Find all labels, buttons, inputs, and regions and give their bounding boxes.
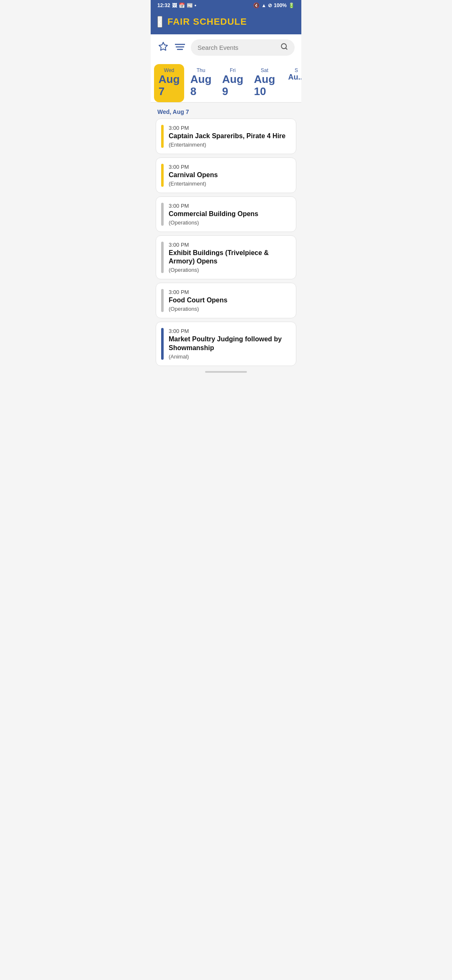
event-info: 3:00 PM Commercial Building Opens (Opera… <box>169 203 290 226</box>
mute-icon: 🔇 <box>253 3 259 8</box>
search-box[interactable] <box>191 39 295 56</box>
favorites-button[interactable] <box>157 40 169 55</box>
event-card[interactable]: 3:00 PM Food Court Opens (Operations) <box>156 283 296 318</box>
search-icon <box>280 43 288 52</box>
date-tab-sun[interactable]: S Au... <box>281 64 301 102</box>
tab-day-of-week: Fri <box>230 67 236 73</box>
back-button[interactable]: ‹ <box>157 16 162 28</box>
tab-day-num: Aug 10 <box>254 73 275 97</box>
date-tab-fri-aug9[interactable]: Fri Aug 9 <box>218 64 248 102</box>
event-card[interactable]: 3:00 PM Market Poultry Judging followed … <box>156 322 296 366</box>
news-icon: 📰 <box>187 3 193 8</box>
star-icon <box>158 41 168 54</box>
app-header: ‹ FAIR SCHEDULE <box>151 11 301 34</box>
filter-button[interactable] <box>174 40 186 55</box>
calendar-icon: 📅 <box>179 3 185 8</box>
svg-marker-0 <box>159 42 167 50</box>
status-bar: 12:32 🖼 📅 📰 • 🔇 ▲ ⊘ 100% 🔋 <box>151 0 301 11</box>
event-time: 3:00 PM <box>169 242 290 248</box>
blocked-icon: ⊘ <box>268 3 272 8</box>
event-category: (Operations) <box>169 219 290 226</box>
events-list: 3:00 PM Captain Jack Spareribs, Pirate 4… <box>151 119 301 366</box>
status-left: 12:32 🖼 📅 📰 • <box>157 3 196 8</box>
event-title: Commercial Building Opens <box>169 210 290 219</box>
event-color-bar <box>161 164 164 187</box>
photo-icon: 🖼 <box>172 3 177 8</box>
date-tabs: Wed Aug 7 Thu Aug 8 Fri Aug 9 Sat Aug 10… <box>151 61 301 103</box>
event-card[interactable]: 3:00 PM Exhibit Buildings (Trivelpiece &… <box>156 235 296 280</box>
tab-day-of-week: Wed <box>164 67 174 73</box>
event-card[interactable]: 3:00 PM Commercial Building Opens (Opera… <box>156 196 296 232</box>
battery-icon: 🔋 <box>288 3 295 8</box>
event-time: 3:00 PM <box>169 289 290 295</box>
event-category: (Operations) <box>169 306 290 312</box>
event-card[interactable]: 3:00 PM Captain Jack Spareribs, Pirate 4… <box>156 119 296 154</box>
event-info: 3:00 PM Food Court Opens (Operations) <box>169 289 290 312</box>
event-color-bar <box>161 242 164 273</box>
toolbar <box>151 34 301 61</box>
scroll-hint <box>205 371 247 373</box>
event-color-bar <box>161 328 164 360</box>
wifi-icon: ▲ <box>261 3 266 8</box>
event-title: Exhibit Buildings (Trivelpiece & Armory)… <box>169 249 290 266</box>
event-info: 3:00 PM Exhibit Buildings (Trivelpiece &… <box>169 242 290 273</box>
event-title: Captain Jack Spareribs, Pirate 4 Hire <box>169 132 290 141</box>
search-input[interactable] <box>198 44 277 51</box>
event-category: (Entertainment) <box>169 142 290 148</box>
event-title: Market Poultry Judging followed by Showm… <box>169 335 290 353</box>
tab-day-of-week: S <box>295 67 298 73</box>
events-content: Wed, Aug 7 3:00 PM Captain Jack Sparerib… <box>151 103 301 381</box>
status-time: 12:32 <box>157 3 170 8</box>
event-color-bar <box>161 203 164 226</box>
event-time: 3:00 PM <box>169 203 290 209</box>
event-info: 3:00 PM Captain Jack Spareribs, Pirate 4… <box>169 125 290 148</box>
status-right: 🔇 ▲ ⊘ 100% 🔋 <box>253 3 295 8</box>
event-category: (Operations) <box>169 267 290 273</box>
event-info: 3:00 PM Market Poultry Judging followed … <box>169 328 290 360</box>
event-category: (Entertainment) <box>169 181 290 187</box>
dot-indicator: • <box>195 3 196 8</box>
event-title: Carnival Opens <box>169 171 290 180</box>
event-color-bar <box>161 289 164 312</box>
event-time: 3:00 PM <box>169 125 290 131</box>
event-card[interactable]: 3:00 PM Carnival Opens (Entertainment) <box>156 157 296 193</box>
date-tab-wed-aug7[interactable]: Wed Aug 7 <box>154 64 184 102</box>
event-info: 3:00 PM Carnival Opens (Entertainment) <box>169 164 290 187</box>
date-tab-thu-aug8[interactable]: Thu Aug 8 <box>186 64 216 102</box>
tab-day-of-week: Sat <box>261 67 268 73</box>
tab-day-num: Au... <box>288 73 302 82</box>
event-time: 3:00 PM <box>169 164 290 170</box>
tab-day-num: Aug 7 <box>159 73 180 97</box>
tab-day-num: Aug 9 <box>222 73 244 97</box>
section-header: Wed, Aug 7 <box>151 103 301 119</box>
tab-day-of-week: Thu <box>197 67 205 73</box>
date-tab-sat-aug10[interactable]: Sat Aug 10 <box>249 64 280 102</box>
battery-text: 100% <box>274 3 287 8</box>
event-color-bar <box>161 125 164 148</box>
event-title: Food Court Opens <box>169 296 290 305</box>
filter-icon <box>175 42 185 53</box>
event-time: 3:00 PM <box>169 328 290 334</box>
event-category: (Animal) <box>169 353 290 360</box>
svg-line-5 <box>285 48 287 49</box>
page-title: FAIR SCHEDULE <box>167 16 247 27</box>
tab-day-num: Aug 8 <box>190 73 212 97</box>
